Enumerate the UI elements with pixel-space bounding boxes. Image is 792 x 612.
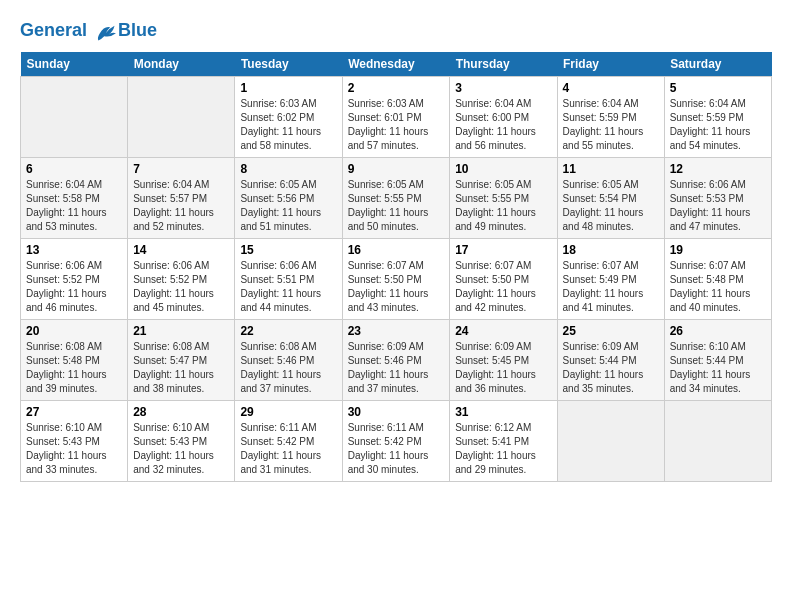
day-number: 18 xyxy=(563,243,659,257)
day-number: 14 xyxy=(133,243,229,257)
weekday-saturday: Saturday xyxy=(664,52,771,77)
weekday-monday: Monday xyxy=(128,52,235,77)
day-number: 11 xyxy=(563,162,659,176)
calendar-week-4: 20Sunrise: 6:08 AM Sunset: 5:48 PM Dayli… xyxy=(21,320,772,401)
calendar-cell: 6Sunrise: 6:04 AM Sunset: 5:58 PM Daylig… xyxy=(21,158,128,239)
day-number: 24 xyxy=(455,324,551,338)
calendar-cell: 3Sunrise: 6:04 AM Sunset: 6:00 PM Daylig… xyxy=(450,77,557,158)
day-number: 1 xyxy=(240,81,336,95)
cell-info: Sunrise: 6:12 AM Sunset: 5:41 PM Dayligh… xyxy=(455,421,551,477)
calendar-week-2: 6Sunrise: 6:04 AM Sunset: 5:58 PM Daylig… xyxy=(21,158,772,239)
cell-info: Sunrise: 6:10 AM Sunset: 5:43 PM Dayligh… xyxy=(133,421,229,477)
logo-bird-icon xyxy=(94,20,116,42)
calendar-cell: 29Sunrise: 6:11 AM Sunset: 5:42 PM Dayli… xyxy=(235,401,342,482)
logo: General Blue xyxy=(20,20,157,42)
day-number: 31 xyxy=(455,405,551,419)
calendar-cell: 13Sunrise: 6:06 AM Sunset: 5:52 PM Dayli… xyxy=(21,239,128,320)
calendar-cell: 12Sunrise: 6:06 AM Sunset: 5:53 PM Dayli… xyxy=(664,158,771,239)
weekday-thursday: Thursday xyxy=(450,52,557,77)
day-number: 15 xyxy=(240,243,336,257)
day-number: 10 xyxy=(455,162,551,176)
calendar-cell: 7Sunrise: 6:04 AM Sunset: 5:57 PM Daylig… xyxy=(128,158,235,239)
logo-general: General xyxy=(20,20,87,40)
day-number: 16 xyxy=(348,243,445,257)
calendar-cell: 17Sunrise: 6:07 AM Sunset: 5:50 PM Dayli… xyxy=(450,239,557,320)
day-number: 2 xyxy=(348,81,445,95)
cell-info: Sunrise: 6:05 AM Sunset: 5:55 PM Dayligh… xyxy=(348,178,445,234)
cell-info: Sunrise: 6:05 AM Sunset: 5:55 PM Dayligh… xyxy=(455,178,551,234)
cell-info: Sunrise: 6:06 AM Sunset: 5:53 PM Dayligh… xyxy=(670,178,766,234)
cell-info: Sunrise: 6:07 AM Sunset: 5:49 PM Dayligh… xyxy=(563,259,659,315)
day-number: 4 xyxy=(563,81,659,95)
calendar-cell xyxy=(557,401,664,482)
cell-info: Sunrise: 6:07 AM Sunset: 5:48 PM Dayligh… xyxy=(670,259,766,315)
calendar-cell: 10Sunrise: 6:05 AM Sunset: 5:55 PM Dayli… xyxy=(450,158,557,239)
cell-info: Sunrise: 6:11 AM Sunset: 5:42 PM Dayligh… xyxy=(240,421,336,477)
day-number: 17 xyxy=(455,243,551,257)
cell-info: Sunrise: 6:09 AM Sunset: 5:45 PM Dayligh… xyxy=(455,340,551,396)
cell-info: Sunrise: 6:05 AM Sunset: 5:54 PM Dayligh… xyxy=(563,178,659,234)
day-number: 28 xyxy=(133,405,229,419)
day-number: 23 xyxy=(348,324,445,338)
day-number: 25 xyxy=(563,324,659,338)
cell-info: Sunrise: 6:10 AM Sunset: 5:43 PM Dayligh… xyxy=(26,421,122,477)
day-number: 21 xyxy=(133,324,229,338)
day-number: 19 xyxy=(670,243,766,257)
cell-info: Sunrise: 6:06 AM Sunset: 5:51 PM Dayligh… xyxy=(240,259,336,315)
cell-info: Sunrise: 6:07 AM Sunset: 5:50 PM Dayligh… xyxy=(348,259,445,315)
calendar-cell: 1Sunrise: 6:03 AM Sunset: 6:02 PM Daylig… xyxy=(235,77,342,158)
calendar-cell: 24Sunrise: 6:09 AM Sunset: 5:45 PM Dayli… xyxy=(450,320,557,401)
day-number: 29 xyxy=(240,405,336,419)
day-number: 20 xyxy=(26,324,122,338)
day-number: 7 xyxy=(133,162,229,176)
cell-info: Sunrise: 6:05 AM Sunset: 5:56 PM Dayligh… xyxy=(240,178,336,234)
calendar-cell: 27Sunrise: 6:10 AM Sunset: 5:43 PM Dayli… xyxy=(21,401,128,482)
weekday-sunday: Sunday xyxy=(21,52,128,77)
calendar-week-3: 13Sunrise: 6:06 AM Sunset: 5:52 PM Dayli… xyxy=(21,239,772,320)
cell-info: Sunrise: 6:11 AM Sunset: 5:42 PM Dayligh… xyxy=(348,421,445,477)
calendar-cell xyxy=(128,77,235,158)
calendar-cell: 2Sunrise: 6:03 AM Sunset: 6:01 PM Daylig… xyxy=(342,77,450,158)
page-header: General Blue xyxy=(20,20,772,42)
cell-info: Sunrise: 6:04 AM Sunset: 6:00 PM Dayligh… xyxy=(455,97,551,153)
calendar-cell: 18Sunrise: 6:07 AM Sunset: 5:49 PM Dayli… xyxy=(557,239,664,320)
logo-blue: Blue xyxy=(118,20,157,42)
cell-info: Sunrise: 6:10 AM Sunset: 5:44 PM Dayligh… xyxy=(670,340,766,396)
calendar-cell: 21Sunrise: 6:08 AM Sunset: 5:47 PM Dayli… xyxy=(128,320,235,401)
calendar-cell: 22Sunrise: 6:08 AM Sunset: 5:46 PM Dayli… xyxy=(235,320,342,401)
cell-info: Sunrise: 6:09 AM Sunset: 5:44 PM Dayligh… xyxy=(563,340,659,396)
calendar-week-5: 27Sunrise: 6:10 AM Sunset: 5:43 PM Dayli… xyxy=(21,401,772,482)
calendar-cell: 16Sunrise: 6:07 AM Sunset: 5:50 PM Dayli… xyxy=(342,239,450,320)
day-number: 26 xyxy=(670,324,766,338)
calendar-body: 1Sunrise: 6:03 AM Sunset: 6:02 PM Daylig… xyxy=(21,77,772,482)
calendar-cell: 30Sunrise: 6:11 AM Sunset: 5:42 PM Dayli… xyxy=(342,401,450,482)
calendar-cell: 11Sunrise: 6:05 AM Sunset: 5:54 PM Dayli… xyxy=(557,158,664,239)
calendar-cell: 26Sunrise: 6:10 AM Sunset: 5:44 PM Dayli… xyxy=(664,320,771,401)
cell-info: Sunrise: 6:07 AM Sunset: 5:50 PM Dayligh… xyxy=(455,259,551,315)
calendar-cell: 15Sunrise: 6:06 AM Sunset: 5:51 PM Dayli… xyxy=(235,239,342,320)
cell-info: Sunrise: 6:08 AM Sunset: 5:46 PM Dayligh… xyxy=(240,340,336,396)
cell-info: Sunrise: 6:09 AM Sunset: 5:46 PM Dayligh… xyxy=(348,340,445,396)
calendar-cell xyxy=(21,77,128,158)
cell-info: Sunrise: 6:04 AM Sunset: 5:57 PM Dayligh… xyxy=(133,178,229,234)
cell-info: Sunrise: 6:03 AM Sunset: 6:01 PM Dayligh… xyxy=(348,97,445,153)
calendar-cell: 9Sunrise: 6:05 AM Sunset: 5:55 PM Daylig… xyxy=(342,158,450,239)
weekday-tuesday: Tuesday xyxy=(235,52,342,77)
day-number: 9 xyxy=(348,162,445,176)
calendar-table: SundayMondayTuesdayWednesdayThursdayFrid… xyxy=(20,52,772,482)
calendar-cell: 31Sunrise: 6:12 AM Sunset: 5:41 PM Dayli… xyxy=(450,401,557,482)
cell-info: Sunrise: 6:06 AM Sunset: 5:52 PM Dayligh… xyxy=(26,259,122,315)
cell-info: Sunrise: 6:04 AM Sunset: 5:59 PM Dayligh… xyxy=(563,97,659,153)
calendar-cell: 20Sunrise: 6:08 AM Sunset: 5:48 PM Dayli… xyxy=(21,320,128,401)
calendar-week-1: 1Sunrise: 6:03 AM Sunset: 6:02 PM Daylig… xyxy=(21,77,772,158)
calendar-cell: 19Sunrise: 6:07 AM Sunset: 5:48 PM Dayli… xyxy=(664,239,771,320)
day-number: 8 xyxy=(240,162,336,176)
calendar-cell: 25Sunrise: 6:09 AM Sunset: 5:44 PM Dayli… xyxy=(557,320,664,401)
weekday-friday: Friday xyxy=(557,52,664,77)
day-number: 12 xyxy=(670,162,766,176)
weekday-header-row: SundayMondayTuesdayWednesdayThursdayFrid… xyxy=(21,52,772,77)
cell-info: Sunrise: 6:04 AM Sunset: 5:58 PM Dayligh… xyxy=(26,178,122,234)
cell-info: Sunrise: 6:08 AM Sunset: 5:48 PM Dayligh… xyxy=(26,340,122,396)
calendar-cell: 8Sunrise: 6:05 AM Sunset: 5:56 PM Daylig… xyxy=(235,158,342,239)
day-number: 13 xyxy=(26,243,122,257)
